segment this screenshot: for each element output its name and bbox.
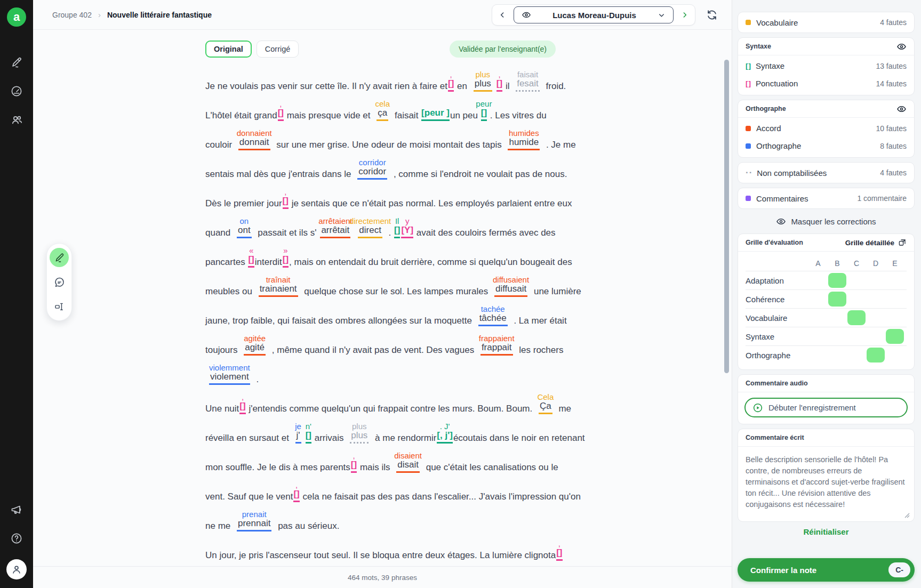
reset-link[interactable]: Réinitialiser xyxy=(738,527,915,536)
correction-word[interactable]: directdirectement xyxy=(358,225,382,238)
app-logo[interactable]: a xyxy=(7,7,26,27)
correction-bracket[interactable]: [peur ] xyxy=(421,108,450,121)
correction-word[interactable]: disaitdisaient xyxy=(396,460,420,473)
correction-bracket[interactable]: [, j']. J' xyxy=(437,430,453,444)
grid-cell-E[interactable] xyxy=(885,290,904,309)
comments-color-swatch xyxy=(746,196,751,201)
detailed-grid-link[interactable]: Grille détaillée xyxy=(845,238,907,247)
grid-cell-B[interactable] xyxy=(828,327,847,346)
grid-cell-D[interactable] xyxy=(866,327,885,346)
grid-cell-D[interactable] xyxy=(866,346,885,365)
previous-student-button[interactable] xyxy=(492,5,512,25)
category-non-comptabilisees[interactable]: ·· Non comptabilisées 4 fautes xyxy=(738,163,914,183)
grid-cell-B[interactable] xyxy=(828,309,847,327)
grid-cell-A[interactable] xyxy=(808,271,828,290)
refresh-icon[interactable] xyxy=(706,9,718,21)
correction-original: coridor xyxy=(357,166,387,180)
correction-word[interactable]: arrêtaitarrêtaient xyxy=(320,225,350,238)
correction-bracket[interactable]: [], xyxy=(496,78,502,92)
correction-word[interactable]: plusplus xyxy=(350,430,369,444)
students-icon[interactable] xyxy=(10,113,23,127)
correction-word[interactable]: fesaitfaisait xyxy=(516,78,540,92)
student-select[interactable]: Lucas Moreau-Dupuis xyxy=(514,6,674,23)
grade-marker xyxy=(886,329,904,344)
hide-corrections-toggle[interactable]: Masquer les corrections xyxy=(738,213,915,229)
correction-bracket[interactable]: []n' xyxy=(306,430,311,444)
next-student-button[interactable] xyxy=(675,5,695,25)
confirm-grade-button[interactable]: Confirmer la note C- xyxy=(738,558,915,582)
correction-bracket[interactable]: [Y]y xyxy=(401,225,413,238)
correction-word[interactable]: violementviolemment xyxy=(209,372,250,385)
category-syntaxe[interactable]: [] Syntaxe 13 fautes xyxy=(738,57,914,75)
written-comment-input[interactable]: Belle description sensorielle de l'hôtel… xyxy=(740,449,912,517)
grid-cell-A[interactable] xyxy=(808,290,828,309)
grid-cell-B[interactable] xyxy=(828,290,847,309)
grid-cell-D[interactable] xyxy=(866,271,885,290)
grid-cell-C[interactable] xyxy=(847,327,866,346)
grid-cell-E[interactable] xyxy=(885,271,904,290)
breadcrumb-group[interactable]: Groupe 402 xyxy=(52,11,92,19)
correction-bracket[interactable]: [], xyxy=(351,460,357,473)
correction-bracket[interactable]: []Il xyxy=(394,225,400,238)
grid-cell-C[interactable] xyxy=(847,309,866,327)
correction-word[interactable]: agitéagitée xyxy=(244,342,266,356)
gauge-icon[interactable] xyxy=(10,84,23,98)
correction-word[interactable]: tâchéetachée xyxy=(478,313,508,326)
comment-tool-button[interactable] xyxy=(50,272,69,292)
vertical-scrollbar[interactable] xyxy=(724,60,729,373)
correction-word[interactable]: onton xyxy=(237,225,252,238)
correction-bracket[interactable]: [], xyxy=(556,547,562,561)
grid-cell-E[interactable] xyxy=(885,346,904,365)
correction-bracket[interactable]: []peur xyxy=(481,108,487,121)
grid-cell-D[interactable] xyxy=(866,290,885,309)
correction-word[interactable]: diffusaitdiffusaient xyxy=(494,284,527,297)
grid-cell-A[interactable] xyxy=(808,309,828,327)
correction-word[interactable]: humidehumides xyxy=(508,137,540,150)
text-select-tool-button[interactable] xyxy=(50,297,69,316)
megaphone-icon[interactable] xyxy=(10,503,23,517)
correction-word[interactable]: donnaitdonnaient xyxy=(238,137,270,150)
correction-word[interactable]: trainaienttraînait xyxy=(259,284,298,297)
grid-cell-B[interactable] xyxy=(828,346,847,365)
category-label: Accord xyxy=(756,124,781,133)
grid-cell-D[interactable] xyxy=(866,309,885,327)
correction-bracket[interactable]: [], xyxy=(278,108,284,121)
correction-word[interactable]: plusplus xyxy=(474,78,492,92)
eye-icon[interactable] xyxy=(896,42,907,52)
user-avatar[interactable] xyxy=(6,559,27,579)
correction-word[interactable]: coridorcorridor xyxy=(357,166,387,180)
eye-icon[interactable] xyxy=(896,104,907,114)
category-vocabulaire[interactable]: Vocabulaire 4 fautes xyxy=(738,12,914,33)
grid-cell-A[interactable] xyxy=(808,327,828,346)
start-recording-button[interactable]: Débuter l'enregistrement xyxy=(744,398,908,417)
pen-tool-button[interactable] xyxy=(50,248,69,267)
tab-corrige[interactable]: Corrigé xyxy=(257,41,299,58)
correction-bracket[interactable]: [], xyxy=(283,196,289,209)
category-count: 8 fautes xyxy=(880,142,907,150)
grid-cell-E[interactable] xyxy=(885,327,904,346)
grid-cell-E[interactable] xyxy=(885,309,904,327)
category-ponctuation[interactable]: [] Ponctuation 14 fautes xyxy=(738,75,914,92)
category-orthographe[interactable]: Orthographe 8 fautes xyxy=(738,137,914,155)
correction-word[interactable]: j'je xyxy=(295,430,301,444)
grid-cell-A[interactable] xyxy=(808,346,828,365)
correction-bracket[interactable]: [], xyxy=(239,401,245,414)
tab-original[interactable]: Original xyxy=(205,41,252,58)
correction-bracket[interactable]: []» xyxy=(283,254,289,268)
correction-bracket[interactable]: [], xyxy=(293,489,299,502)
correction-word[interactable]: çacela xyxy=(377,108,388,121)
correction-bracket[interactable]: [], xyxy=(448,78,454,92)
correction-word[interactable]: prennaitprenait xyxy=(237,518,271,531)
help-icon[interactable] xyxy=(10,531,23,545)
correction-word[interactable]: frappaitfrappaient xyxy=(480,342,513,356)
grid-cell-B[interactable] xyxy=(828,271,847,290)
category-accord[interactable]: Accord 10 fautes xyxy=(738,119,914,137)
grid-cell-C[interactable] xyxy=(847,346,866,365)
resize-handle-icon[interactable] xyxy=(904,513,910,518)
edit-icon[interactable] xyxy=(10,55,23,69)
correction-word[interactable]: ÇaCela xyxy=(539,401,552,414)
grid-cell-C[interactable] xyxy=(847,271,866,290)
category-commentaires[interactable]: Commentaires 1 commentaire xyxy=(738,188,914,208)
correction-bracket[interactable]: []« xyxy=(248,254,254,268)
grid-cell-C[interactable] xyxy=(847,290,866,309)
